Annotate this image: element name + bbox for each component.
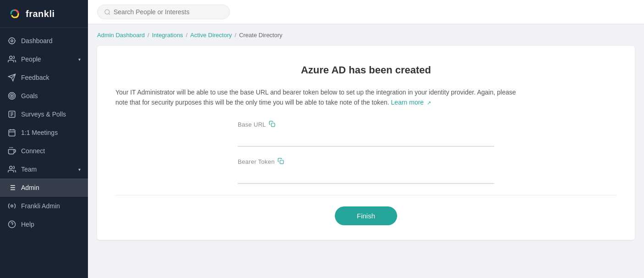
bearer-token-label: Bearer Token xyxy=(238,158,494,166)
feedback-icon xyxy=(7,73,16,82)
breadcrumb-create-directory: Create Directory xyxy=(239,32,283,39)
breadcrumb-sep-1: / xyxy=(147,32,149,39)
base-url-label: Base URL xyxy=(238,121,494,128)
base-url-copy-icon[interactable] xyxy=(269,121,275,128)
breadcrumb-active-directory[interactable]: Active Directory xyxy=(190,32,232,39)
sidebar-item-people[interactable]: People ▾ xyxy=(0,50,88,68)
svg-point-5 xyxy=(11,95,13,97)
base-url-input[interactable] xyxy=(238,131,494,147)
description-text: Your IT Administrator will be able to us… xyxy=(115,89,516,106)
help-icon xyxy=(7,220,16,229)
people-chevron-icon: ▾ xyxy=(78,57,81,62)
svg-point-21 xyxy=(105,9,109,14)
sidebar-item-meetings-label: 1:1 Meetings xyxy=(21,129,81,136)
sidebar-nav: Dashboard People ▾ Feedback Goals xyxy=(0,28,88,278)
svg-point-1 xyxy=(11,40,13,42)
dashboard-icon xyxy=(7,36,16,45)
people-icon xyxy=(7,55,16,64)
search-box[interactable] xyxy=(97,5,230,19)
meetings-icon xyxy=(7,128,16,137)
form-section: Base URL Bearer Token xyxy=(238,121,494,184)
bearer-token-field-group: Bearer Token xyxy=(238,158,494,184)
svg-point-18 xyxy=(11,205,13,207)
sidebar-item-frankli-admin-label: Frankli Admin xyxy=(21,202,81,210)
logo-area: frankli xyxy=(0,0,88,28)
frankli-admin-icon xyxy=(7,201,16,211)
main-content: Admin Dashboard / Integrations / Active … xyxy=(88,0,644,278)
svg-point-4 xyxy=(10,94,14,98)
svg-point-11 xyxy=(10,166,12,169)
admin-icon xyxy=(7,183,16,192)
sidebar-item-team-label: Team xyxy=(21,166,78,173)
logo-text: frankli xyxy=(26,9,55,19)
finish-button[interactable]: Finish xyxy=(335,206,397,225)
sidebar-item-admin-label: Admin xyxy=(21,184,81,191)
breadcrumb-admin-dashboard[interactable]: Admin Dashboard xyxy=(97,32,145,39)
sidebar-item-surveys[interactable]: Surveys & Polls xyxy=(0,105,88,123)
main-card: Azure AD has been created Your IT Admini… xyxy=(97,46,635,240)
svg-rect-7 xyxy=(9,130,15,136)
svg-point-0 xyxy=(7,6,22,21)
connect-icon xyxy=(7,146,16,156)
sidebar-item-people-label: People xyxy=(21,56,78,63)
bearer-token-input[interactable] xyxy=(238,168,494,184)
svg-point-2 xyxy=(10,56,12,59)
svg-line-22 xyxy=(109,13,110,15)
external-link-icon: ↗ xyxy=(427,100,431,106)
finish-section: Finish xyxy=(115,195,617,225)
sidebar-item-dashboard[interactable]: Dashboard xyxy=(0,32,88,50)
sidebar-item-admin[interactable]: Admin xyxy=(0,178,88,197)
bearer-token-copy-icon[interactable] xyxy=(278,158,284,166)
sidebar-item-feedback[interactable]: Feedback xyxy=(0,68,88,87)
team-icon xyxy=(7,165,16,174)
sidebar-item-help[interactable]: Help xyxy=(0,215,88,234)
breadcrumb-sep-3: / xyxy=(235,32,236,39)
page-title: Azure AD has been created xyxy=(115,64,617,76)
learn-more-link[interactable]: Learn more ↗ xyxy=(391,99,431,106)
breadcrumb-integrations[interactable]: Integrations xyxy=(152,32,183,39)
sidebar-item-feedback-label: Feedback xyxy=(21,74,81,81)
sidebar-item-dashboard-label: Dashboard xyxy=(21,37,81,44)
team-chevron-icon: ▾ xyxy=(78,167,81,172)
content-area: Admin Dashboard / Integrations / Active … xyxy=(88,24,644,278)
sidebar-item-goals-label: Goals xyxy=(21,92,81,100)
svg-rect-23 xyxy=(271,123,275,127)
svg-rect-24 xyxy=(280,160,284,164)
sidebar-item-frankli-admin[interactable]: Frankli Admin xyxy=(0,197,88,215)
topbar xyxy=(88,0,644,24)
sidebar-item-connect-label: Connect xyxy=(21,147,81,155)
search-input[interactable] xyxy=(114,8,223,16)
sidebar: frankli Dashboard People ▾ Feedback xyxy=(0,0,88,278)
breadcrumb: Admin Dashboard / Integrations / Active … xyxy=(97,32,635,39)
breadcrumb-sep-2: / xyxy=(186,32,188,39)
search-icon xyxy=(104,9,111,16)
sidebar-item-goals[interactable]: Goals xyxy=(0,87,88,105)
sidebar-item-help-label: Help xyxy=(21,221,81,228)
sidebar-item-meetings[interactable]: 1:1 Meetings xyxy=(0,123,88,142)
goals-icon xyxy=(7,91,16,100)
sidebar-item-connect[interactable]: Connect xyxy=(0,142,88,160)
frankli-logo-icon xyxy=(7,6,22,21)
surveys-icon xyxy=(7,110,16,119)
sidebar-item-surveys-label: Surveys & Polls xyxy=(21,111,81,118)
page-description: Your IT Administrator will be able to us… xyxy=(115,87,528,108)
sidebar-item-team[interactable]: Team ▾ xyxy=(0,160,88,178)
base-url-field-group: Base URL xyxy=(238,121,494,147)
